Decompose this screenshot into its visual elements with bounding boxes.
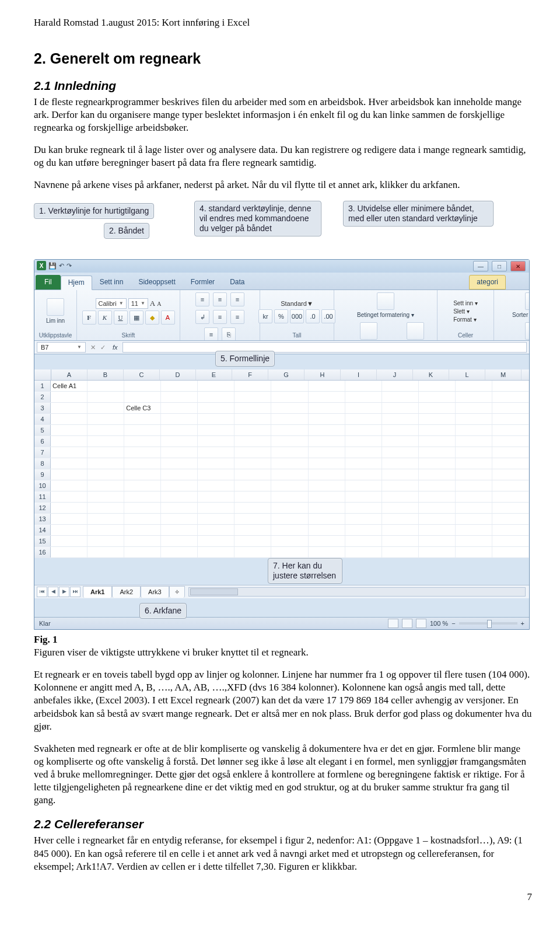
- cell[interactable]: [345, 381, 382, 391]
- cell[interactable]: [51, 547, 88, 557]
- cell[interactable]: [161, 403, 198, 413]
- cell[interactable]: [271, 403, 308, 413]
- cell[interactable]: [198, 480, 235, 491]
- cell[interactable]: [382, 425, 419, 435]
- cell[interactable]: [161, 469, 198, 480]
- horizontal-scrollbar[interactable]: [188, 587, 526, 597]
- tab-formulas[interactable]: Formler: [183, 275, 222, 290]
- tab-home[interactable]: Hjem: [61, 276, 92, 290]
- cell[interactable]: [198, 514, 235, 524]
- col-header[interactable]: H: [304, 369, 341, 380]
- cell[interactable]: [124, 480, 161, 491]
- cell[interactable]: [124, 503, 161, 513]
- col-header[interactable]: D: [160, 369, 196, 380]
- cell[interactable]: [456, 436, 492, 447]
- cell[interactable]: [309, 436, 345, 447]
- cell[interactable]: [382, 536, 419, 546]
- cell[interactable]: [51, 436, 88, 447]
- cell[interactable]: [382, 480, 419, 491]
- cell[interactable]: [419, 392, 456, 402]
- cell[interactable]: [198, 469, 235, 480]
- column-headers[interactable]: A B C D E F G H I J K L M: [34, 369, 529, 381]
- cell[interactable]: [382, 436, 419, 447]
- align-center-button[interactable]: ≡: [230, 310, 244, 324]
- cell[interactable]: [492, 525, 529, 535]
- cell[interactable]: [124, 392, 161, 402]
- cell[interactable]: [235, 514, 271, 524]
- cell[interactable]: [51, 536, 88, 546]
- cell[interactable]: [419, 425, 456, 435]
- cell[interactable]: [345, 458, 382, 469]
- col-header[interactable]: E: [196, 369, 232, 380]
- cell[interactable]: [198, 403, 235, 413]
- formula-input[interactable]: [123, 342, 527, 353]
- font-name-select[interactable]: Calibri▼: [96, 298, 127, 309]
- cell[interactable]: [492, 514, 529, 524]
- font-color-button[interactable]: A: [161, 311, 175, 325]
- cell[interactable]: [271, 381, 308, 391]
- cell[interactable]: [345, 480, 382, 491]
- cell[interactable]: [419, 381, 456, 391]
- sheet-tab[interactable]: Ark2: [112, 586, 141, 597]
- cell[interactable]: [51, 491, 88, 502]
- cell[interactable]: [235, 536, 271, 546]
- grow-font-icon[interactable]: A: [150, 299, 155, 309]
- cell[interactable]: [271, 525, 308, 535]
- cell[interactable]: [198, 525, 235, 535]
- cell[interactable]: [492, 469, 529, 480]
- col-header[interactable]: L: [449, 369, 485, 380]
- cell[interactable]: [88, 403, 124, 413]
- cell[interactable]: [345, 503, 382, 513]
- cell[interactable]: [198, 381, 235, 391]
- row-header[interactable]: 9: [34, 469, 51, 480]
- cell[interactable]: [271, 436, 308, 447]
- cell[interactable]: [456, 503, 492, 513]
- percent-button[interactable]: %: [274, 309, 288, 323]
- cell[interactable]: [271, 503, 308, 513]
- sheet-nav-next[interactable]: ▶: [59, 587, 69, 597]
- cell[interactable]: [492, 536, 529, 546]
- col-header[interactable]: M: [485, 369, 522, 380]
- shrink-font-icon[interactable]: A: [157, 300, 161, 308]
- number-format-select[interactable]: Standard▼: [281, 299, 313, 308]
- cell[interactable]: [456, 514, 492, 524]
- cell[interactable]: [382, 458, 419, 469]
- maximize-button[interactable]: □: [492, 261, 507, 271]
- row-header[interactable]: 13: [34, 514, 51, 524]
- cell[interactable]: [88, 425, 124, 435]
- cell[interactable]: [419, 403, 456, 413]
- row-header[interactable]: 6: [34, 436, 51, 447]
- format-cells-button[interactable]: Format ▾: [453, 316, 476, 323]
- cell[interactable]: [271, 491, 308, 502]
- cell[interactable]: [88, 469, 124, 480]
- cell[interactable]: [51, 503, 88, 513]
- cell[interactable]: Celle A1: [51, 381, 88, 391]
- paste-button[interactable]: Lim inn: [46, 298, 65, 325]
- cell[interactable]: [456, 414, 492, 424]
- cell[interactable]: [235, 447, 271, 458]
- enter-formula-icon[interactable]: ✓: [98, 343, 108, 351]
- cell[interactable]: [124, 525, 161, 535]
- cell[interactable]: [419, 458, 456, 469]
- cell[interactable]: [235, 425, 271, 435]
- tab-data[interactable]: Data: [222, 275, 252, 290]
- cell[interactable]: [161, 536, 198, 546]
- cell[interactable]: [161, 436, 198, 447]
- cell[interactable]: [51, 392, 88, 402]
- cell[interactable]: [419, 480, 456, 491]
- cell[interactable]: [382, 447, 419, 458]
- underline-button[interactable]: U: [114, 311, 128, 325]
- align-top-button[interactable]: ≡: [195, 292, 209, 306]
- cell[interactable]: [161, 392, 198, 402]
- inc-decimal-button[interactable]: .0: [306, 309, 320, 323]
- row-header[interactable]: 7: [34, 447, 51, 458]
- cell[interactable]: [51, 425, 88, 435]
- cell[interactable]: [382, 392, 419, 402]
- cell[interactable]: [271, 469, 308, 480]
- cell[interactable]: [271, 514, 308, 524]
- cell[interactable]: [456, 480, 492, 491]
- col-header[interactable]: G: [268, 369, 304, 380]
- cell[interactable]: [271, 458, 308, 469]
- cell[interactable]: [382, 525, 419, 535]
- cell[interactable]: [235, 414, 271, 424]
